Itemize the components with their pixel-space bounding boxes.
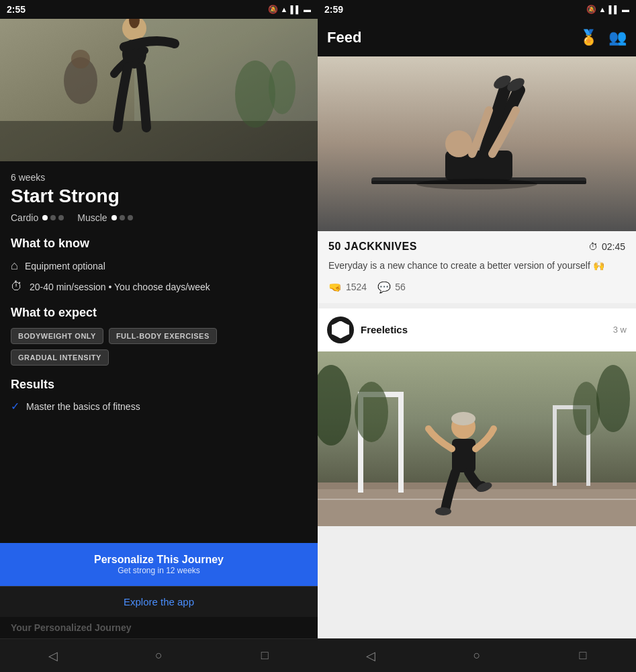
muscle-label: Muscle <box>77 212 107 223</box>
cardio-intensity: Cardio <box>11 212 64 223</box>
post-info: Freeletics <box>361 324 613 335</box>
tag-row: BODYWEIGHT ONLY FULL-BODY EXERCISES GRAD… <box>11 328 307 366</box>
post-header: Freeletics 3 w <box>318 308 636 351</box>
left-panel: 2:55 🔕 ▲ ▌▌ ▬ <box>0 0 318 672</box>
personalize-button[interactable]: Personalize This Journey Get strong in 1… <box>0 543 318 586</box>
program-title: Start Strong <box>11 185 307 207</box>
right-mute-icon: 🔕 <box>586 5 596 14</box>
workout-time-container: ⏱ 02:45 <box>588 241 625 252</box>
cardio-dot-2 <box>50 215 56 220</box>
post-image-svg <box>318 351 636 526</box>
muscle-intensity: Muscle <box>77 212 132 223</box>
comments-count: 56 <box>395 282 406 292</box>
likes-stat[interactable]: 🤜 1524 <box>328 281 367 294</box>
what-to-expect-section: What to expect <box>11 306 307 320</box>
right-feed[interactable]: 50 JACKKNIVES ⏱ 02:45 Everyday is a new … <box>318 56 636 638</box>
feed-title: Feed <box>327 29 580 46</box>
left-bottom-buttons: Personalize This Journey Get strong in 1… <box>0 543 318 638</box>
nav-recent-left[interactable]: □ <box>257 648 273 664</box>
comments-icon: 💬 <box>377 281 391 294</box>
workout-card: 50 JACKKNIVES ⏱ 02:45 Everyday is a new … <box>318 231 636 303</box>
svg-point-5 <box>269 60 296 114</box>
right-status-bar: 2:59 🔕 ▲ ▌▌ ▬ <box>318 0 636 19</box>
post-avatar <box>327 317 354 343</box>
ghost-text: Your Personalized Journey <box>0 617 318 638</box>
comments-stat[interactable]: 💬 56 <box>377 281 406 294</box>
likes-count: 1524 <box>346 282 367 292</box>
left-content: 6 weeks Start Strong Cardio Muscle <box>0 161 318 543</box>
left-status-bar: 2:55 🔕 ▲ ▌▌ ▬ <box>0 0 318 19</box>
signal-icon: ▌▌ <box>290 5 301 13</box>
personalize-label: Personalize This Journey <box>94 554 224 566</box>
nav-home-right[interactable]: ○ <box>469 648 485 664</box>
post-image <box>318 351 636 526</box>
explore-button[interactable]: Explore the app <box>0 586 318 617</box>
workout-stats: 🤜 1524 💬 56 <box>328 281 625 294</box>
duration-info: ⏱ 20-40 min/session • You choose days/we… <box>11 280 307 294</box>
svg-point-38 <box>596 365 630 432</box>
svg-rect-28 <box>398 392 404 493</box>
cardio-label: Cardio <box>11 212 38 223</box>
svg-point-20 <box>416 179 537 190</box>
equipment-label: Equipment optional <box>25 261 105 271</box>
right-wifi-icon: ▲ <box>599 5 606 13</box>
weeks-label: 6 weeks <box>11 172 307 183</box>
cardio-dots <box>42 215 64 220</box>
feed-hero-svg <box>318 56 636 231</box>
result-label-1: Master the basics of fitness <box>26 401 140 412</box>
nav-recent-right[interactable]: □ <box>575 648 591 664</box>
left-time: 2:55 <box>7 4 26 15</box>
tag-bodyweight: BODYWEIGHT ONLY <box>11 328 103 344</box>
nav-back-right[interactable]: ◁ <box>363 648 379 664</box>
nav-back-left[interactable]: ◁ <box>45 648 61 664</box>
people-icon[interactable]: 👥 <box>608 29 627 46</box>
svg-rect-29 <box>553 405 557 486</box>
home-icon: ⌂ <box>11 259 18 273</box>
right-time: 2:59 <box>324 4 343 15</box>
nav-home-left[interactable]: ○ <box>150 648 167 664</box>
svg-point-17 <box>445 130 472 157</box>
svg-rect-32 <box>452 439 475 472</box>
equipment-info: ⌂ Equipment optional <box>11 259 307 273</box>
results-section: Results ✓ Master the basics of fitness <box>11 378 307 413</box>
tag-gradual: GRADUAL INTENSITY <box>11 349 109 366</box>
results-title: Results <box>11 378 307 392</box>
clock-icon-small: ⏱ <box>588 241 598 252</box>
cardio-dot-1 <box>42 215 48 220</box>
result-item-1: ✓ Master the basics of fitness <box>11 400 307 413</box>
right-battery-icon: ▬ <box>622 5 629 13</box>
right-signal-icon: ▌▌ <box>608 5 619 13</box>
muscle-dot-2 <box>120 215 125 220</box>
personalize-subtext: Get strong in 12 weeks <box>118 566 200 575</box>
what-to-know-title: What to know <box>11 237 307 251</box>
workout-card-header: 50 JACKKNIVES ⏱ 02:45 <box>328 241 625 253</box>
muscle-dot-3 <box>128 215 133 220</box>
medal-icon[interactable]: 🏅 <box>580 29 598 46</box>
svg-point-11 <box>71 50 90 69</box>
feed-post: Freeletics 3 w <box>318 308 636 526</box>
right-status-icons: 🔕 ▲ ▌▌ ▬ <box>586 5 629 14</box>
clock-icon: ⏱ <box>11 280 23 294</box>
intensity-row: Cardio Muscle <box>11 212 307 223</box>
explore-label: Explore the app <box>124 596 194 607</box>
check-icon: ✓ <box>11 400 19 413</box>
svg-point-40 <box>573 382 600 435</box>
right-header: Feed 🏅 👥 <box>318 19 636 56</box>
what-to-expect-title: What to expect <box>11 306 307 320</box>
hero-svg <box>0 0 318 161</box>
svg-point-35 <box>435 507 451 515</box>
workout-time-value: 02:45 <box>602 241 625 252</box>
header-icons: 🏅 👥 <box>580 29 627 46</box>
svg-point-34 <box>451 412 475 425</box>
svg-rect-23 <box>318 486 636 526</box>
svg-rect-3 <box>0 121 318 161</box>
battery-icon: ▬ <box>304 5 311 13</box>
likes-icon: 🤜 <box>328 281 342 294</box>
feed-hero-image <box>318 56 636 231</box>
mute-icon: 🔕 <box>268 5 278 14</box>
cardio-dot-3 <box>58 215 64 220</box>
svg-point-39 <box>355 382 388 442</box>
post-time: 3 w <box>613 325 627 335</box>
duration-label: 20-40 min/session • You choose days/week <box>30 282 210 292</box>
post-username: Freeletics <box>361 324 613 335</box>
